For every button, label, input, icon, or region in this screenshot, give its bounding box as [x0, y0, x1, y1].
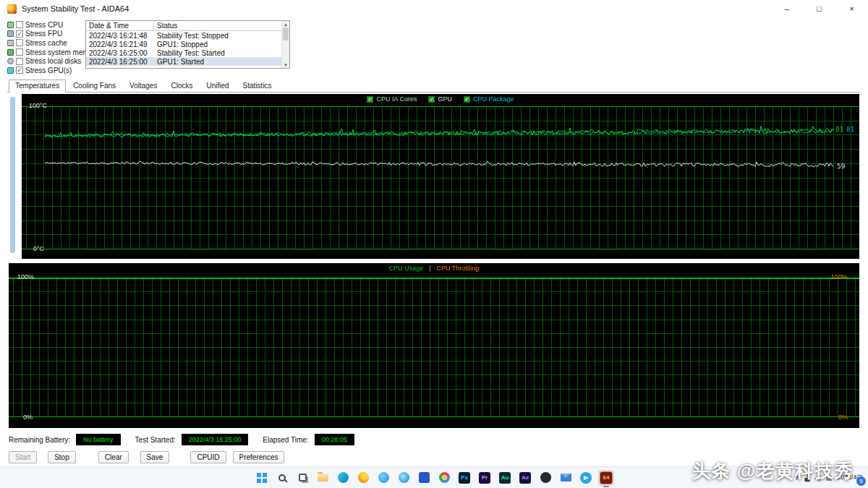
elapsed-label: Elapsed Time:	[263, 436, 308, 444]
chart-scale-slider[interactable]	[10, 97, 15, 253]
checkbox[interactable]	[16, 58, 23, 65]
stress-option-label: Stress local disks	[25, 57, 81, 65]
battery-label: Remaining Battery:	[9, 436, 70, 444]
mail-icon-glyph	[561, 474, 571, 481]
legend-checkbox[interactable]: ✓	[367, 96, 373, 103]
usage-left-max-label: 100%	[17, 273, 34, 281]
log-header-datetime[interactable]: Date & Time	[86, 21, 154, 30]
log-row[interactable]: 2022/4/3 16:21:48Stability Test: Stopped	[86, 31, 281, 40]
aida64-icon[interactable]: 64	[598, 470, 614, 486]
tab-temperatures[interactable]: Temperatures	[9, 80, 66, 93]
checkbox[interactable]: ✓	[16, 30, 23, 38]
legend-label: CPU Package	[473, 95, 514, 103]
premiere-icon[interactable]: Pr	[477, 470, 493, 486]
globe-icon[interactable]	[396, 470, 412, 486]
log-status-cell: Stability Test: Stopped	[154, 32, 281, 40]
search-icon[interactable]	[274, 470, 290, 486]
start-button: Start	[9, 451, 37, 463]
telegram-icon-glyph	[580, 472, 592, 484]
legend-label: CPU IA Cores	[376, 95, 417, 103]
app-blue-icon[interactable]	[416, 470, 432, 486]
taskbar-icons: PsPrAuAe64	[254, 467, 614, 488]
minimize-icon[interactable]: –	[770, 0, 803, 17]
maximize-icon[interactable]: □	[803, 0, 835, 17]
firefox-icon[interactable]	[355, 470, 371, 486]
audition-icon[interactable]: Au	[497, 470, 513, 486]
telegram-icon[interactable]	[578, 470, 594, 486]
usage-right-min-label: 0%	[838, 414, 848, 421]
stop-button[interactable]: Stop	[48, 451, 76, 463]
after-effects-icon-glyph: Ae	[519, 472, 531, 484]
temp-ymin-label: 0°C	[33, 245, 44, 252]
usage-chart-title: CPU Usage|CPU Throttling	[9, 265, 859, 272]
elapsed-value: 00:28:05	[315, 434, 354, 445]
legend-cpu-package[interactable]: ✓CPU Package	[464, 95, 514, 103]
gpu-icon	[7, 67, 14, 74]
notification-badge[interactable]: 5	[856, 476, 866, 486]
chrome-icon[interactable]	[436, 470, 452, 486]
log-status-cell: GPU1: Started	[154, 58, 281, 66]
checkbox[interactable]: ✓	[16, 67, 23, 74]
file-explorer-icon[interactable]	[315, 470, 331, 486]
log-row[interactable]: 2022/4/3 16:21:49GPU1: Stopped	[86, 40, 281, 48]
task-view-icon-glyph	[299, 474, 307, 481]
scroll-down-icon[interactable]: ▼	[282, 61, 289, 68]
stress-option-stress-system-memory[interactable]: Stress system memory	[7, 48, 84, 57]
checkbox[interactable]	[16, 21, 23, 28]
scroll-track[interactable]	[282, 27, 289, 61]
test-started-value: 2022/4/3 16:25:00	[182, 434, 249, 445]
cache-icon	[7, 40, 14, 46]
start-button[interactable]	[254, 470, 270, 486]
cpuid-button[interactable]: CPUID	[190, 451, 226, 463]
tab-voltages[interactable]: Voltages	[123, 80, 163, 92]
legend-gpu[interactable]: ✓GPU	[428, 95, 452, 103]
save-button[interactable]: Save	[140, 451, 170, 463]
stress-option-label: Stress FPU	[25, 30, 62, 38]
photoshop-icon-glyph: Ps	[459, 472, 470, 484]
browser-blue-icon-glyph	[378, 472, 389, 483]
chrome-icon-glyph	[439, 472, 450, 483]
stress-option-stress-cache[interactable]: Stress cache	[7, 38, 84, 48]
photoshop-icon[interactable]: Ps	[456, 470, 472, 486]
scroll-up-icon[interactable]: ▲	[282, 21, 289, 27]
browser-blue-icon[interactable]	[375, 470, 391, 486]
legend-checkbox[interactable]: ✓	[428, 96, 435, 103]
watermark: 头条 @老黄科技秀	[692, 458, 854, 484]
stress-option-label: Stress GPU(s)	[25, 67, 72, 74]
legend-cpu-ia-cores[interactable]: ✓CPU IA Cores	[367, 95, 417, 103]
tab-statistics[interactable]: Statistics	[237, 80, 278, 92]
log-time-cell: 2022/4/3 16:21:48	[86, 32, 154, 40]
stress-option-stress-fpu[interactable]: ✓Stress FPU	[7, 30, 84, 39]
mail-icon[interactable]	[558, 470, 574, 486]
log-row[interactable]: 2022/4/3 16:25:00Stability Test: Started	[86, 48, 281, 57]
close-icon[interactable]: ×	[835, 0, 868, 17]
tab-clocks[interactable]: Clocks	[164, 80, 199, 92]
checkbox[interactable]	[16, 39, 23, 46]
checkbox[interactable]	[16, 48, 23, 56]
task-view-icon[interactable]	[294, 470, 310, 486]
usage-left-min-label: 0%	[23, 414, 33, 421]
usage-title-part: CPU Usage	[389, 265, 424, 272]
firefox-icon-glyph	[358, 472, 369, 483]
stress-option-stress-cpu[interactable]: Stress CPU	[7, 20, 84, 30]
stress-option-stress-local-disks[interactable]: Stress local disks	[7, 56, 84, 66]
app-dark-icon[interactable]	[537, 470, 553, 486]
aida64-app-icon	[7, 4, 17, 14]
edge-icon[interactable]	[335, 470, 351, 486]
legend-checkbox[interactable]: ✓	[464, 96, 470, 103]
clear-button[interactable]: Clear	[98, 451, 129, 463]
log-time-cell: 2022/4/3 16:25:00	[86, 49, 154, 57]
fpu-icon	[7, 30, 14, 37]
log-header-status[interactable]: Status	[154, 22, 281, 30]
tab-unified[interactable]: Unified	[200, 80, 235, 92]
stress-option-stress-gpu-s[interactable]: ✓Stress GPU(s)	[7, 66, 84, 75]
start-button-glyph	[257, 473, 267, 483]
scroll-thumb[interactable]	[283, 27, 289, 40]
log-scrollbar[interactable]: ▲ ▼	[281, 21, 289, 68]
tab-cooling-fans[interactable]: Cooling Fans	[67, 80, 122, 92]
status-bar: Remaining Battery: No battery Test Start…	[9, 434, 868, 445]
log-row[interactable]: 2022/4/3 16:25:00GPU1: Started	[86, 57, 281, 66]
after-effects-icon[interactable]: Ae	[517, 470, 533, 486]
preferences-button[interactable]: Preferences	[233, 451, 285, 463]
usage-title-part: |	[429, 265, 430, 272]
